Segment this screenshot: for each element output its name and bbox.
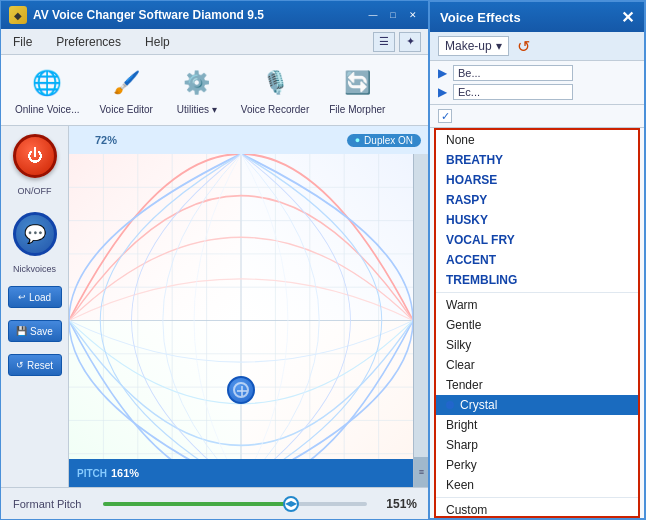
onoff-label: ON/OFF — [18, 186, 52, 196]
nickvoices-button[interactable]: 💬 — [13, 212, 57, 256]
utilities-tool[interactable]: ⚙️ Utilities ▾ — [167, 61, 227, 119]
mic-icon: 🎙️ — [257, 65, 293, 101]
ve-checkbox[interactable]: ✓ — [438, 109, 452, 123]
file-morpher-label: File Morpher — [329, 104, 385, 115]
list-item[interactable]: Tender — [436, 375, 638, 395]
list-item-label: Bright — [446, 418, 477, 432]
ve-close-button[interactable]: ✕ — [621, 8, 634, 27]
list-item[interactable]: Bright — [436, 415, 638, 435]
list-item[interactable]: RASPY — [436, 190, 638, 210]
globe-icon: 🌐 — [29, 65, 65, 101]
ve-input-arrow-2: ▶ — [438, 85, 447, 99]
main-area: ⏻ ON/OFF 💬 Nickvoices ↩ Load 💾 Save ↺ Re… — [1, 126, 429, 487]
brush-icon: 🖌️ — [108, 65, 144, 101]
utilities-label: Utilities ▾ — [177, 104, 217, 115]
ve-redo-icon[interactable]: ↺ — [517, 37, 530, 56]
list-item[interactable]: Sharp — [436, 435, 638, 455]
restore-button[interactable]: □ — [385, 8, 401, 22]
list-item[interactable]: Warm — [436, 295, 638, 315]
title-bar: ◆ AV Voice Changer Software Diamond 9.5 … — [1, 1, 429, 29]
list-item[interactable]: ACCENT — [436, 250, 638, 270]
dot-icon — [446, 401, 454, 409]
pitch-header: T I B R E 72% ● Duplex ON — [69, 126, 429, 154]
left-panel: ⏻ ON/OFF 💬 Nickvoices ↩ Load 💾 Save ↺ Re… — [1, 126, 69, 487]
chevron-down-icon: ▾ — [496, 39, 502, 53]
list-item-label: Gentle — [446, 318, 481, 332]
pitch-dot[interactable] — [227, 376, 255, 404]
menu-preferences[interactable]: Preferences — [52, 33, 125, 51]
list-item[interactable]: VOCAL FRY — [436, 230, 638, 250]
list-item[interactable]: Crystal — [436, 395, 638, 415]
pitch-footer: PITCH 161% — [69, 459, 413, 487]
list-item[interactable]: HOARSE — [436, 170, 638, 190]
ve-toolbar: Make-up ▾ ↺ — [430, 32, 644, 61]
formant-label: Formant Pitch — [13, 498, 93, 510]
menu-bar: File Preferences Help ☰ ✦ — [1, 29, 429, 55]
voice-effects-panel: Voice Effects ✕ Make-up ▾ ↺ ▶ ▶ ✓ NoneBR… — [428, 0, 646, 520]
list-item[interactable]: Silky — [436, 335, 638, 355]
menu-file[interactable]: File — [9, 33, 36, 51]
load-button[interactable]: ↩ Load — [8, 286, 62, 308]
menu-help[interactable]: Help — [141, 33, 174, 51]
pitch-footer-label: PITCH — [77, 468, 107, 479]
list-item[interactable]: Perky — [436, 455, 638, 475]
list-item[interactable]: Gentle — [436, 315, 638, 335]
voice-editor-tool[interactable]: 🖌️ Voice Editor — [93, 61, 158, 119]
list-item-label: Tender — [446, 378, 483, 392]
formant-bar: Formant Pitch ◀▶ 151% — [1, 487, 429, 519]
ve-input-row-2: ▶ — [438, 84, 636, 100]
ve-dropdown-label: Make-up — [445, 39, 492, 53]
right-strip[interactable]: ≡ — [413, 154, 429, 487]
tools-icon: ⚙️ — [179, 65, 215, 101]
list-item[interactable]: None — [436, 130, 638, 150]
pitch-area: T I B R E 72% ● Duplex ON — [69, 126, 429, 487]
ve-input-1[interactable] — [453, 65, 573, 81]
ve-inputs: ▶ ▶ — [430, 61, 644, 105]
power-button[interactable]: ⏻ — [13, 134, 57, 178]
save-button[interactable]: 💾 Save — [8, 320, 62, 342]
file-morpher-tool[interactable]: 🔄 File Morpher — [323, 61, 391, 119]
list-item-label: HOARSE — [446, 173, 497, 187]
svg-rect-1 — [241, 154, 413, 321]
list-item[interactable]: Clear — [436, 355, 638, 375]
formant-slider-thumb[interactable]: ◀▶ — [283, 496, 299, 512]
toolbar: 🌐 Online Voice... 🖌️ Voice Editor ⚙️ Uti… — [1, 55, 429, 126]
list-item-label: Custom — [446, 503, 487, 517]
list-item[interactable]: Custom — [436, 500, 638, 518]
list-item-label: None — [446, 133, 475, 147]
list-item-label: ACCENT — [446, 253, 496, 267]
list-item-label: Warm — [446, 298, 478, 312]
formant-pct-value: 151% — [377, 497, 417, 511]
list-item-label: TREMBLING — [446, 273, 517, 287]
list-separator — [436, 292, 638, 293]
list-item-label: HUSKY — [446, 213, 488, 227]
reset-button[interactable]: ↺ Reset — [8, 354, 62, 376]
formant-slider-track[interactable]: ◀▶ — [103, 502, 367, 506]
list-item[interactable]: BREATHY — [436, 150, 638, 170]
voice-recorder-label: Voice Recorder — [241, 104, 309, 115]
online-voice-label: Online Voice... — [15, 104, 79, 115]
online-voice-tool[interactable]: 🌐 Online Voice... — [9, 61, 85, 119]
menu-icon-btn-1[interactable]: ☰ — [373, 32, 395, 52]
ve-input-2[interactable] — [453, 84, 573, 100]
list-item-label: Keen — [446, 478, 474, 492]
app-title: AV Voice Changer Software Diamond 9.5 — [33, 8, 264, 22]
formant-slider-fill — [103, 502, 288, 506]
main-close-button[interactable]: ✕ — [405, 8, 421, 22]
voice-recorder-tool[interactable]: 🎙️ Voice Recorder — [235, 61, 315, 119]
morph-grid[interactable]: PITCH 161% — [69, 154, 413, 487]
list-item-label: Crystal — [460, 398, 497, 412]
list-item[interactable]: HUSKY — [436, 210, 638, 230]
menu-icon-btn-2[interactable]: ✦ — [399, 32, 421, 52]
ve-input-arrow-1: ▶ — [438, 66, 447, 80]
ve-makeup-dropdown[interactable]: Make-up ▾ — [438, 36, 509, 56]
morph-svg — [69, 154, 413, 487]
duplex-label: Duplex ON — [364, 135, 413, 146]
title-bar-left: ◆ AV Voice Changer Software Diamond 9.5 — [9, 6, 264, 24]
list-item[interactable]: Keen — [436, 475, 638, 495]
ve-input-row-1: ▶ — [438, 65, 636, 81]
list-item-label: Clear — [446, 358, 475, 372]
list-item[interactable]: TREMBLING — [436, 270, 638, 290]
minimize-button[interactable]: — — [365, 8, 381, 22]
duplex-badge: ● Duplex ON — [347, 134, 421, 147]
